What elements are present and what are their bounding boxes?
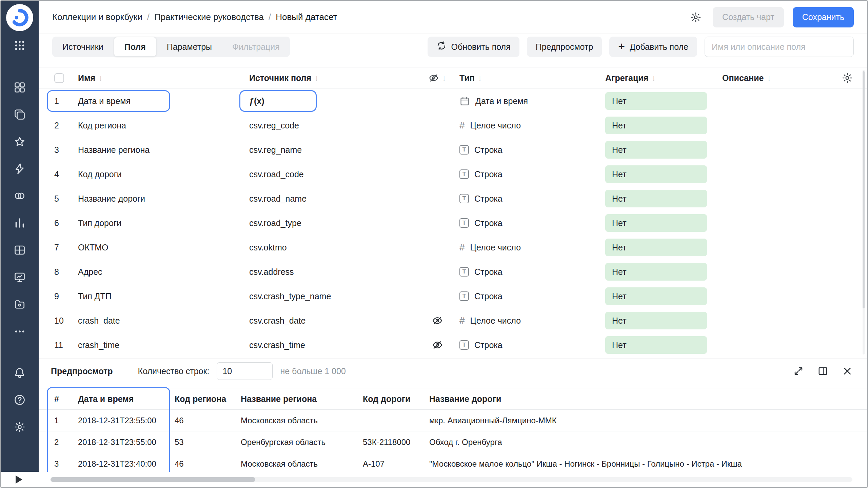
field-row[interactable]: 11crash_timecsv.crash_timeTСтрокаНет (39, 333, 867, 357)
datasets-icon[interactable] (12, 243, 27, 258)
field-source[interactable]: csv.oktmo (246, 243, 415, 252)
collapse-sidebar-icon[interactable] (16, 475, 22, 484)
monitoring-icon[interactable] (12, 270, 27, 285)
expand-preview-icon[interactable] (793, 366, 804, 376)
help-icon[interactable] (12, 392, 27, 407)
breadcrumb-item[interactable]: Практические руководства (154, 12, 264, 22)
field-source[interactable]: ƒ(x) (246, 96, 415, 106)
field-row[interactable]: 8Адресcsv.addressTСтрокаНет (39, 260, 867, 284)
header-gear-icon[interactable] (688, 9, 704, 25)
col-header-visibility[interactable]: ↓ (415, 73, 456, 83)
field-row[interactable]: 5Название дорогиcsv.road_nameTСтрокаНет (39, 186, 867, 211)
field-row[interactable]: 7ОКТМОcsv.oktmo#Целое числоНет (39, 235, 867, 260)
tab-filtering[interactable]: Фильтрация (222, 37, 290, 57)
table-settings-gear-icon[interactable] (842, 72, 853, 84)
aggregation-select[interactable]: Нет (602, 214, 719, 232)
horizontal-scrollbar-thumb[interactable] (51, 477, 255, 482)
field-name[interactable]: Тип дороги (75, 218, 246, 228)
preview-button[interactable]: Предпросмотр (527, 37, 602, 57)
aggregation-select[interactable]: Нет (602, 92, 719, 110)
tab-fields[interactable]: Поля (114, 37, 157, 57)
more-icon[interactable] (12, 324, 27, 339)
connections-icon[interactable] (12, 188, 27, 203)
notifications-bell-icon[interactable] (12, 365, 27, 380)
aggregation-select[interactable]: Нет (602, 312, 719, 329)
hidden-eye-icon[interactable] (415, 340, 456, 350)
collections-icon[interactable] (12, 107, 27, 122)
breadcrumb-item[interactable]: Коллекции и воркбуки (52, 12, 142, 22)
field-row[interactable]: 2Код регионаcsv.reg_code#Целое числоНет (39, 113, 867, 138)
field-name[interactable]: crash_date (75, 316, 246, 326)
field-source[interactable]: csv.address (246, 267, 415, 277)
create-chart-button[interactable]: Создать чарт (713, 7, 784, 27)
field-source[interactable]: csv.crash_type_name (246, 291, 415, 301)
field-type[interactable]: TСтрока (456, 291, 602, 301)
field-type[interactable]: #Целое число (456, 242, 602, 253)
hidden-eye-icon[interactable] (415, 315, 456, 326)
field-name[interactable]: Название региона (75, 145, 246, 155)
lightning-icon[interactable] (12, 161, 27, 176)
tab-sources[interactable]: Источники (52, 37, 114, 57)
widgets-icon[interactable] (12, 80, 27, 95)
field-source[interactable]: csv.road_type (246, 218, 415, 228)
settings-gear-icon[interactable] (12, 420, 27, 434)
field-name[interactable]: crash_time (75, 340, 246, 350)
refresh-fields-button[interactable]: Обновить поля (428, 37, 519, 57)
field-source[interactable]: csv.road_name (246, 194, 415, 204)
field-type[interactable]: TСтрока (456, 218, 602, 228)
field-name[interactable]: Дата и время (75, 96, 246, 106)
field-type[interactable]: TСтрока (456, 340, 602, 350)
field-source[interactable]: csv.crash_time (246, 340, 415, 350)
field-type[interactable]: TСтрока (456, 169, 602, 179)
field-source[interactable]: csv.road_code (246, 169, 415, 179)
field-name[interactable]: Код региона (75, 121, 246, 130)
aggregation-select[interactable]: Нет (602, 190, 719, 207)
aggregation-select[interactable]: Нет (602, 141, 719, 159)
apps-grid-icon[interactable] (12, 38, 27, 53)
aggregation-select[interactable]: Нет (602, 287, 719, 305)
close-preview-icon[interactable] (842, 366, 852, 376)
field-row[interactable]: 4Код дорогиcsv.road_codeTСтрокаНет (39, 162, 867, 186)
field-row[interactable]: 1Дата и времяƒ(x)Дата и времяНет (39, 89, 867, 113)
field-row[interactable]: 3Название регионаcsv.reg_nameTСтрокаНет (39, 138, 867, 162)
field-source[interactable]: csv.reg_name (246, 145, 415, 155)
col-header-type[interactable]: Тип↓ (456, 73, 602, 83)
field-row[interactable]: 6Тип дорогиcsv.road_typeTСтрокаНет (39, 211, 867, 235)
field-source[interactable]: csv.crash_date (246, 316, 415, 326)
field-name[interactable]: Тип ДТП (75, 291, 246, 301)
field-type[interactable]: #Целое число (456, 120, 602, 131)
vertical-scrollbar-thumb[interactable] (863, 71, 865, 308)
favorites-star-icon[interactable] (12, 134, 27, 149)
select-all-checkbox[interactable] (54, 73, 64, 83)
field-type[interactable]: TСтрока (456, 194, 602, 204)
dock-preview-icon[interactable] (818, 366, 828, 376)
field-type[interactable]: Дата и время (456, 96, 602, 106)
col-header-source[interactable]: Источник поля↓ (246, 73, 415, 83)
datalens-logo[interactable] (6, 4, 33, 31)
horizontal-scrollbar[interactable] (51, 477, 852, 482)
field-row[interactable]: 9Тип ДТПcsv.crash_type_nameTСтрокаНет (39, 284, 867, 308)
field-type[interactable]: #Целое число (456, 315, 602, 326)
field-row[interactable]: 10crash_datecsv.crash_date#Целое числоНе… (39, 308, 867, 333)
col-header-name[interactable]: Имя↓ (75, 73, 246, 83)
aggregation-select[interactable]: Нет (602, 117, 719, 134)
charts-icon[interactable] (12, 216, 27, 230)
aggregation-select[interactable]: Нет (602, 263, 719, 281)
storage-icon[interactable] (12, 297, 27, 312)
save-button[interactable]: Сохранить (793, 7, 854, 27)
field-type[interactable]: TСтрока (456, 267, 602, 277)
aggregation-select[interactable]: Нет (602, 336, 719, 354)
field-type[interactable]: TСтрока (456, 145, 602, 155)
col-header-description[interactable]: Описание↓ (719, 73, 828, 83)
field-search-input[interactable] (705, 37, 854, 57)
field-name[interactable]: ОКТМО (75, 243, 246, 252)
add-field-button[interactable]: + Добавить поле (609, 37, 697, 57)
col-header-aggregation[interactable]: Агрегация↓ (602, 73, 719, 83)
aggregation-select[interactable]: Нет (602, 239, 719, 256)
field-name[interactable]: Адрес (75, 267, 246, 277)
vertical-scrollbar[interactable] (863, 70, 865, 354)
aggregation-select[interactable]: Нет (602, 165, 719, 183)
tab-parameters[interactable]: Параметры (157, 37, 222, 57)
field-name[interactable]: Название дороги (75, 194, 246, 204)
field-name[interactable]: Код дороги (75, 169, 246, 179)
